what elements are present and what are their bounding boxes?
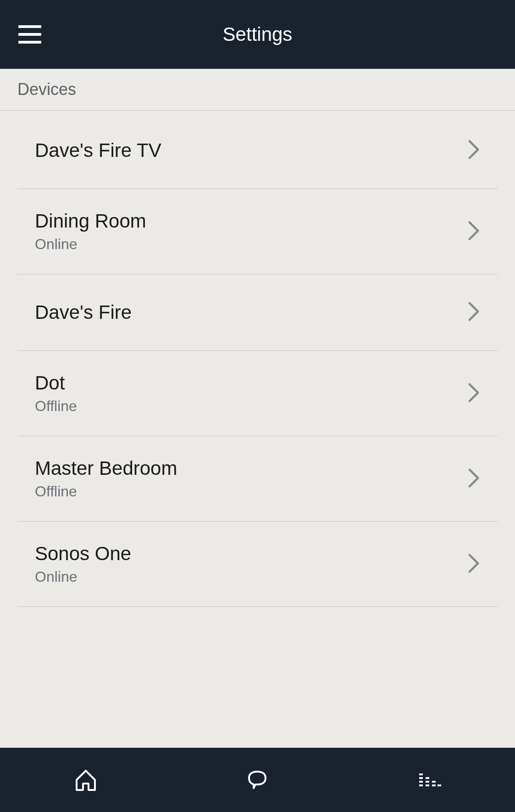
device-status: Online (35, 568, 131, 585)
device-name: Sonos One (35, 543, 131, 565)
device-status: Online (35, 236, 146, 253)
header-bar: Settings (0, 0, 515, 69)
svg-rect-0 (419, 773, 423, 775)
device-row[interactable]: Sonos One Online (17, 522, 498, 607)
device-info: Dave's Fire (35, 301, 132, 323)
svg-rect-7 (432, 781, 436, 783)
device-row[interactable]: Dave's Fire TV (17, 112, 498, 189)
chevron-right-icon (467, 553, 480, 576)
chevron-right-icon (467, 139, 480, 162)
svg-rect-1 (419, 777, 423, 779)
device-status: Offline (35, 483, 177, 500)
device-name: Dave's Fire (35, 301, 132, 323)
chevron-right-icon (467, 382, 480, 405)
device-info: Dave's Fire TV (35, 139, 161, 161)
device-row[interactable]: Master Bedroom Offline (17, 436, 498, 522)
device-info: Dining Room Online (35, 210, 146, 253)
svg-rect-3 (419, 784, 423, 786)
chevron-right-icon (467, 220, 480, 243)
device-name: Dining Room (35, 210, 146, 232)
device-name: Master Bedroom (35, 457, 177, 479)
chevron-right-icon (467, 301, 480, 324)
svg-rect-6 (426, 784, 429, 786)
device-info: Sonos One Online (35, 543, 131, 585)
device-list: Dave's Fire TV Dining Room Online Dave's… (0, 111, 515, 748)
device-row[interactable]: Dot Offline (17, 351, 498, 436)
svg-rect-5 (426, 781, 429, 783)
device-info: Dot Offline (35, 372, 77, 415)
section-header: Devices (0, 69, 515, 111)
device-info: Master Bedroom Offline (35, 457, 177, 500)
bottom-nav (0, 748, 515, 812)
chat-icon[interactable] (242, 765, 272, 795)
section-title: Devices (17, 80, 498, 99)
svg-rect-8 (432, 784, 436, 786)
page-title: Settings (0, 23, 515, 45)
equalizer-icon[interactable] (414, 765, 444, 795)
menu-icon[interactable] (18, 25, 41, 44)
device-row[interactable]: Dave's Fire (17, 274, 498, 351)
device-row[interactable]: Dining Room Online (17, 189, 498, 274)
svg-rect-2 (419, 781, 423, 783)
chevron-right-icon (467, 467, 480, 490)
svg-rect-9 (437, 784, 441, 786)
home-icon[interactable] (71, 765, 101, 795)
device-name: Dave's Fire TV (35, 139, 161, 161)
device-status: Offline (35, 398, 77, 415)
svg-rect-4 (426, 777, 429, 779)
device-name: Dot (35, 372, 77, 394)
